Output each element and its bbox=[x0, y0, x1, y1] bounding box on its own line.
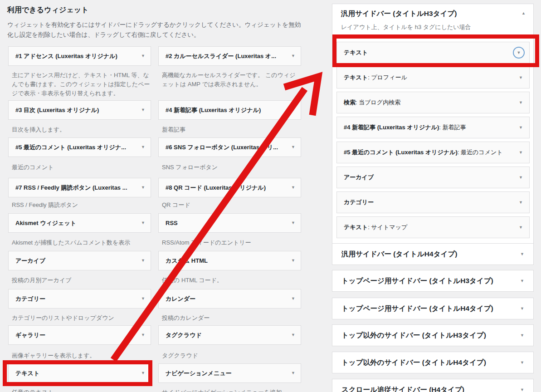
widget-title: #8 QR コード (Luxeritas オリジナル) bbox=[166, 184, 288, 192]
chevron-down-icon[interactable]: ▼ bbox=[291, 108, 295, 112]
chevron-down-icon[interactable]: ▼ bbox=[141, 108, 145, 112]
page-title: 利用できるウィジェット bbox=[7, 5, 88, 15]
chevron-down-icon[interactable]: ▼ bbox=[520, 333, 524, 338]
chevron-down-icon[interactable]: ▼ bbox=[519, 76, 523, 80]
widget-title: RSS bbox=[166, 220, 288, 226]
widget-description: 画像ギャラリーを表示します。 bbox=[12, 351, 151, 360]
widget-title: #3 目次 (Luxeritas オリジナル) bbox=[15, 106, 137, 114]
sidebar-widget-subtitle: : プロフィール bbox=[368, 74, 515, 82]
widget-title: ナビゲーションメニュー bbox=[166, 369, 288, 377]
sidebar-widget-subtitle: : サイトマップ bbox=[368, 223, 515, 231]
widget-qr-code[interactable]: #8 QR コード (Luxeritas オリジナル) ▼ bbox=[158, 178, 301, 197]
sidebar-widget-recent-comments[interactable]: #5 最近のコメント (Luxeritas オリジナル) : 最近のコメント ▼ bbox=[336, 142, 530, 163]
chevron-down-icon[interactable]: ▼ bbox=[520, 279, 524, 283]
sidebar-widget-name: 検索 bbox=[344, 98, 356, 107]
widget-carousel-slider[interactable]: #2 カルーセルスライダー (Luxeritas オ... ▼ bbox=[158, 46, 301, 66]
sidebar-widget-text-sitemap[interactable]: テキスト : サイトマップ ▼ bbox=[336, 216, 530, 238]
sidebar-card-h4[interactable]: 汎用サイドバー (タイトルH4タイプ) ▼ bbox=[332, 243, 534, 265]
widget-title: ギャラリー bbox=[15, 331, 137, 339]
sidebar-card-title: トップ以外のサイドバー (タイトルH3タイプ) bbox=[341, 331, 517, 340]
sidebar-panel-subtitle: レイアウト上、タイトルを h3 タグにしたい場合 bbox=[341, 23, 471, 31]
sidebar-widget-new-posts[interactable]: #4 新着記事 (Luxeritas オリジナル) : 新着記事 ▼ bbox=[336, 117, 530, 138]
sidebar-widget-name: テキスト bbox=[344, 49, 368, 57]
widget-archives[interactable]: アーカイブ ▼ bbox=[8, 251, 151, 270]
sidebar-widget-name: カテゴリー bbox=[344, 198, 374, 206]
widget-new-posts[interactable]: #4 新着記事 (Luxeritas オリジナル) ▼ bbox=[158, 100, 301, 120]
widget-akismet[interactable]: Akismet ウィジェット ▼ bbox=[8, 213, 151, 233]
chevron-down-icon[interactable]: ▼ bbox=[141, 259, 145, 263]
sidebar-widget-name: #5 最近のコメント (Luxeritas オリジナル) bbox=[344, 148, 458, 157]
sidebar-card-top-h3[interactable]: トップページ用サイドバー (タイトルH3タイプ) ▼ bbox=[332, 270, 534, 292]
sidebar-card-title: スクロール追従サイドバー (H4タイプ) bbox=[341, 385, 517, 392]
widget-recent-comments[interactable]: #5 最近のコメント (Luxeritas オリジナ... ▼ bbox=[8, 137, 151, 157]
sidebar-widget-search[interactable]: 検索 : 当ブログ内検索 ▼ bbox=[336, 92, 530, 113]
chevron-down-icon[interactable]: ▼ bbox=[141, 186, 145, 190]
widget-title: #6 SNS フォローボタン (Luxeritas オリ... bbox=[166, 143, 288, 152]
widget-description: 任意の HTML コード。 bbox=[162, 276, 301, 285]
chevron-down-icon[interactable]: ▼ bbox=[141, 297, 145, 301]
widget-title: カスタム HTML bbox=[166, 257, 288, 265]
widget-gallery[interactable]: ギャラリー ▼ bbox=[8, 325, 151, 345]
sidebar-widget-text[interactable]: テキスト ▼ bbox=[336, 42, 530, 64]
chevron-down-icon[interactable]: ▼ bbox=[141, 371, 145, 375]
chevron-down-icon[interactable]: ▼ bbox=[519, 101, 523, 105]
chevron-down-icon[interactable]: ▼ bbox=[291, 259, 295, 263]
chevron-down-icon[interactable]: ▼ bbox=[519, 225, 523, 230]
sidebar-card-title: トップ以外のサイドバー (タイトルH4タイプ) bbox=[341, 358, 517, 368]
sidebar-widget-subtitle: : 新着記事 bbox=[439, 123, 515, 132]
chevron-down-icon[interactable]: ▼ bbox=[519, 151, 523, 155]
chevron-down-icon[interactable]: ▼ bbox=[520, 361, 524, 365]
chevron-down-icon[interactable]: ▼ bbox=[141, 145, 145, 149]
sidebar-card-title: トップページ用サイドバー (タイトルH4タイプ) bbox=[341, 304, 517, 314]
chevron-down-icon[interactable]: ▼ bbox=[291, 297, 295, 301]
chevron-down-icon[interactable]: ▼ bbox=[291, 54, 295, 58]
widget-title: #2 カルーセルスライダー (Luxeritas オ... bbox=[166, 52, 288, 60]
chevron-up-icon[interactable]: ▲ bbox=[522, 11, 526, 15]
widget-toc[interactable]: #3 目次 (Luxeritas オリジナル) ▼ bbox=[8, 100, 151, 120]
chevron-down-icon[interactable]: ▼ bbox=[519, 176, 523, 180]
chevron-down-icon[interactable]: ▼ bbox=[519, 126, 523, 130]
widget-sns-follow[interactable]: #6 SNS フォローボタン (Luxeritas オリ... ▼ bbox=[158, 137, 301, 157]
widget-description: 投稿のカレンダー bbox=[162, 314, 301, 323]
sidebar-widget-name: テキスト bbox=[344, 74, 368, 82]
sidebar-card-scroll-h4[interactable]: スクロール追従サイドバー (H4タイプ) ▼ bbox=[332, 379, 534, 392]
sidebar-widget-text-profile[interactable]: テキスト : プロフィール ▼ bbox=[336, 67, 530, 88]
widget-description: 主にアドセンス用だけど、テキスト・HTML 等、なんでも書けます。このウィジェッ… bbox=[12, 71, 151, 98]
widget-nav-menu[interactable]: ナビゲーションメニュー ▼ bbox=[158, 363, 301, 383]
chevron-down-icon[interactable]: ▼ bbox=[520, 388, 524, 392]
chevron-down-icon[interactable]: ▼ bbox=[291, 145, 295, 149]
widget-description: SNS フォローボタン bbox=[162, 163, 301, 172]
widget-calendar[interactable]: カレンダー ▼ bbox=[158, 289, 301, 309]
chevron-down-icon[interactable]: ▼ bbox=[141, 221, 145, 225]
sidebar-widget-categories[interactable]: カテゴリー ▼ bbox=[336, 191, 530, 213]
chevron-down-icon[interactable]: ▼ bbox=[291, 371, 295, 375]
widget-title: アーカイブ bbox=[15, 257, 137, 265]
widget-rss-feedly[interactable]: #7 RSS / Feedly 購読ボタン (Luxeritas ... ▼ bbox=[8, 178, 151, 197]
expand-toggle[interactable]: ▼ bbox=[513, 47, 525, 59]
chevron-down-icon[interactable]: ▼ bbox=[520, 307, 524, 311]
widget-text[interactable]: テキスト ▼ bbox=[8, 363, 151, 383]
sidebar-card-nontop-h4[interactable]: トップ以外のサイドバー (タイトルH4タイプ) ▼ bbox=[332, 352, 534, 373]
widget-categories[interactable]: カテゴリー ▼ bbox=[8, 289, 151, 309]
sidebar-widget-archives[interactable]: アーカイブ ▼ bbox=[336, 167, 530, 188]
chevron-down-icon[interactable]: ▼ bbox=[291, 333, 295, 337]
chevron-down-icon[interactable]: ▼ bbox=[291, 221, 295, 225]
sidebar-widget-name: #4 新着記事 (Luxeritas オリジナル) bbox=[344, 123, 439, 132]
widget-title: カレンダー bbox=[166, 295, 288, 303]
chevron-down-icon[interactable]: ▼ bbox=[291, 186, 295, 190]
widget-custom-html[interactable]: カスタム HTML ▼ bbox=[158, 251, 301, 270]
widget-tag-cloud[interactable]: タグクラウド ▼ bbox=[158, 325, 301, 345]
widget-description: Akismet が捕獲したスパムコメント数を表示 bbox=[12, 238, 151, 247]
widget-title: #4 新着記事 (Luxeritas オリジナル) bbox=[166, 106, 288, 114]
widget-adsense[interactable]: #1 アドセンス (Luxeritas オリジナル) ▼ bbox=[8, 46, 151, 66]
sidebar-card-nontop-h3[interactable]: トップ以外のサイドバー (タイトルH3タイプ) ▼ bbox=[332, 324, 534, 346]
sidebar-card-top-h4[interactable]: トップページ用サイドバー (タイトルH4タイプ) ▼ bbox=[332, 298, 534, 319]
chevron-down-icon[interactable]: ▼ bbox=[141, 54, 145, 58]
widget-description: 目次を挿入します。 bbox=[12, 125, 151, 134]
chevron-down-icon[interactable]: ▼ bbox=[519, 201, 523, 205]
widget-description: 最近のコメント bbox=[12, 163, 151, 172]
widget-rss[interactable]: RSS ▼ bbox=[158, 213, 301, 233]
chevron-down-icon[interactable]: ▼ bbox=[520, 252, 524, 256]
chevron-down-icon: ▼ bbox=[517, 51, 521, 55]
chevron-down-icon[interactable]: ▼ bbox=[141, 333, 145, 337]
